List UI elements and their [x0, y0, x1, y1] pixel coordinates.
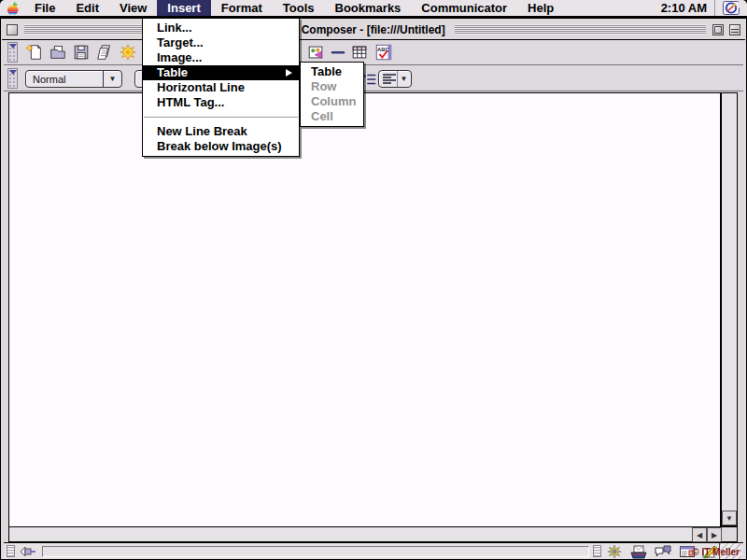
- menu-item-break-below-images[interactable]: Break below Image(s): [143, 139, 299, 154]
- preview-icon: [119, 43, 137, 62]
- document-canvas[interactable]: [8, 92, 721, 526]
- menu-item-label: Table: [157, 65, 188, 79]
- alignment-dropdown[interactable]: ▼: [378, 70, 412, 88]
- publish-icon: [95, 43, 114, 62]
- menu-edit[interactable]: Edit: [65, 0, 109, 16]
- submenu-item-cell: Cell: [301, 109, 363, 124]
- unlocked-padlock-icon: [20, 545, 36, 558]
- scroll-right-arrow[interactable]: ▶: [707, 527, 722, 542]
- desktop-screen: File Edit View Insert Format Tools Bookm…: [0, 0, 747, 560]
- menu-insert[interactable]: Insert: [157, 0, 210, 16]
- vertical-scrollbar[interactable]: ▼: [721, 92, 738, 526]
- status-message-field: [42, 546, 589, 557]
- save-button[interactable]: [71, 42, 92, 63]
- horizontal-line-icon: [329, 43, 347, 62]
- insert-image-button[interactable]: [305, 42, 326, 63]
- screen-corner: [742, 0, 747, 5]
- menu-separator: [143, 110, 299, 124]
- menu-format[interactable]: Format: [211, 0, 273, 16]
- image-icon: [306, 43, 325, 62]
- submenu-arrow-icon: [286, 69, 292, 77]
- statusbar-drag-handle[interactable]: [7, 545, 15, 557]
- window-title: pe Composer - [file:///Untitled]: [279, 23, 450, 36]
- menu-item-html-tag[interactable]: HTML Tag...: [143, 95, 299, 110]
- title-bar[interactable]: pe Composer - [file:///Untitled]: [4, 21, 743, 38]
- status-bar: [4, 542, 743, 559]
- navigator-icon: [606, 544, 623, 559]
- format-toolbar: Normal ▼ ▼: [4, 66, 743, 91]
- titlebar-stripes: [455, 24, 706, 35]
- collapse-arrow-icon: [9, 70, 17, 76]
- inbox-button[interactable]: [628, 543, 649, 559]
- scroll-down-arrow[interactable]: ▼: [722, 511, 737, 525]
- preview-button[interactable]: [118, 42, 138, 63]
- collapse-box[interactable]: [729, 24, 740, 35]
- menu-file[interactable]: File: [24, 0, 65, 16]
- menu-item-table[interactable]: Table: [143, 65, 299, 80]
- scrollbar-corner: [722, 527, 737, 541]
- alignment-icon: [382, 73, 397, 86]
- paragraph-style-value: Normal: [26, 74, 103, 85]
- submenu-item-column: Column: [301, 94, 363, 109]
- component-bar-handle[interactable]: [593, 545, 601, 557]
- insert-menu: Link... Target... Image... Table Horizon…: [142, 18, 300, 157]
- menubar-clock[interactable]: 2:10 AM: [654, 1, 714, 15]
- toolbar-collapse-tab[interactable]: [7, 68, 18, 89]
- toolbar-collapse-tab[interactable]: [7, 42, 18, 63]
- svg-text:ABC: ABC: [377, 47, 389, 52]
- table-icon: [350, 43, 369, 62]
- scroll-left-arrow[interactable]: ◀: [692, 527, 707, 542]
- menu-bookmarks[interactable]: Bookmarks: [325, 0, 412, 16]
- new-icon: [25, 43, 44, 62]
- spelling-button[interactable]: ABC: [374, 42, 394, 63]
- submenu-item-table[interactable]: Table: [301, 64, 363, 79]
- open-icon: [49, 43, 67, 62]
- menu-item-link[interactable]: Link...: [143, 21, 299, 35]
- paragraph-style-dropdown[interactable]: Normal ▼: [25, 70, 122, 88]
- security-button[interactable]: [18, 543, 38, 559]
- submenu-item-row: Row: [301, 79, 363, 94]
- menu-item-horizontal-line[interactable]: Horizontal Line: [143, 80, 299, 95]
- new-page-button[interactable]: [24, 42, 45, 63]
- discussions-button[interactable]: [653, 543, 673, 559]
- inbox-icon: [630, 544, 647, 559]
- menu-item-new-line-break[interactable]: New Line Break: [143, 124, 299, 139]
- menu-item-image[interactable]: Image...: [143, 50, 299, 65]
- save-icon: [72, 43, 91, 62]
- horizontal-scrollbar[interactable]: ◀ ▶: [8, 526, 738, 542]
- composition-toolbar: ABC: [4, 40, 743, 65]
- menu-bar: File Edit View Insert Format Tools Bookm…: [0, 0, 747, 18]
- open-button[interactable]: [48, 42, 68, 63]
- dropdown-arrow-icon: ▼: [103, 71, 121, 87]
- zoom-box[interactable]: [712, 24, 724, 35]
- dropdown-arrow-icon: ▼: [397, 71, 410, 87]
- publish-button[interactable]: [94, 42, 115, 63]
- menu-view[interactable]: View: [109, 0, 157, 16]
- navigator-button[interactable]: [604, 543, 625, 559]
- menu-help[interactable]: Help: [517, 0, 564, 16]
- insert-table-button[interactable]: [349, 42, 370, 63]
- collapse-arrow-icon: [9, 44, 17, 49]
- spelling-icon: ABC: [374, 43, 393, 62]
- close-box[interactable]: [7, 24, 18, 35]
- menu-tools[interactable]: Tools: [273, 0, 325, 16]
- table-submenu: Table Row Column Cell: [300, 62, 364, 127]
- menu-item-target[interactable]: Target...: [143, 35, 299, 50]
- menu-communicator[interactable]: Communicator: [411, 0, 517, 16]
- discussions-icon: [655, 544, 671, 559]
- insert-hline-button[interactable]: [328, 42, 348, 63]
- watermark: © iT Meller: [692, 547, 740, 557]
- composer-window: pe Composer - [file:///Untitled]: [0, 18, 747, 560]
- screen-corner: [0, 0, 5, 5]
